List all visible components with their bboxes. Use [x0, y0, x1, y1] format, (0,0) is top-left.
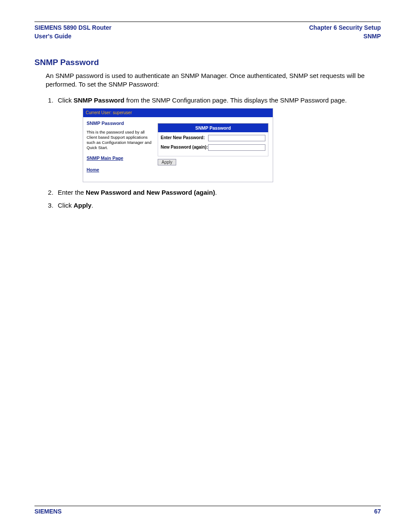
step2-bold: New Password and New Password (again) — [86, 189, 215, 196]
header-rule — [34, 22, 381, 22]
header-guide: User's Guide — [34, 32, 112, 41]
footer-rule — [34, 506, 381, 506]
input-new-password[interactable] — [208, 135, 265, 141]
step1-post: from the SNMP Configuration page. This d… — [125, 96, 347, 104]
ui-main-panel: SNMP Password Enter New Password: New Pa… — [155, 117, 273, 171]
ui-link-snmp-main[interactable]: SNMP Main Page — [87, 155, 152, 162]
footer-page-number: 67 — [374, 508, 381, 515]
header-product: SIEMENS 5890 DSL Router — [34, 24, 112, 32]
step1-pre: Click — [58, 96, 74, 104]
header-chapter: Chapter 6 Security Setup — [309, 24, 381, 32]
ui-panel-header: SNMP Password — [158, 123, 268, 133]
ui-side-title: SNMP Password — [87, 120, 152, 128]
step3-pre: Click — [58, 202, 74, 209]
ui-sidebar: SNMP Password This is the password used … — [83, 117, 155, 182]
apply-button[interactable]: Apply — [158, 159, 176, 165]
step3-bold: Apply — [74, 202, 92, 209]
label-new-password: Enter New Password: — [161, 134, 208, 141]
step-3: Click Apply. — [55, 200, 381, 211]
ui-link-home[interactable]: Home — [87, 166, 152, 174]
ui-topbar: Current User: superuser — [83, 109, 273, 117]
steps-list: Click SNMP Password from the SNMP Config… — [46, 95, 381, 211]
step2-pre: Enter the — [58, 189, 86, 196]
step-2: Enter the New Password and New Password … — [55, 187, 381, 198]
page-footer: SIEMENS 67 — [34, 506, 381, 515]
embedded-screenshot: Current User: superuser SNMP Password Th… — [83, 108, 273, 183]
ui-side-desc: This is the password used by all Client … — [87, 130, 152, 150]
page-header: SIEMENS 5890 DSL Router User's Guide Cha… — [34, 24, 381, 40]
intro-paragraph: An SNMP password is used to authenticate… — [46, 72, 381, 89]
header-topic: SNMP — [309, 32, 381, 41]
ui-panel-body: Enter New Password: New Password (again)… — [158, 132, 268, 156]
step3-post: . — [91, 202, 93, 209]
footer-brand: SIEMENS — [34, 508, 62, 515]
step2-post: . — [215, 189, 217, 196]
input-password-again[interactable] — [208, 144, 265, 151]
section-title: SNMP Password — [34, 58, 381, 67]
step1-bold: SNMP Password — [74, 96, 125, 104]
label-password-again: New Password (again): — [161, 144, 208, 151]
step-1: Click SNMP Password from the SNMP Config… — [55, 95, 381, 183]
